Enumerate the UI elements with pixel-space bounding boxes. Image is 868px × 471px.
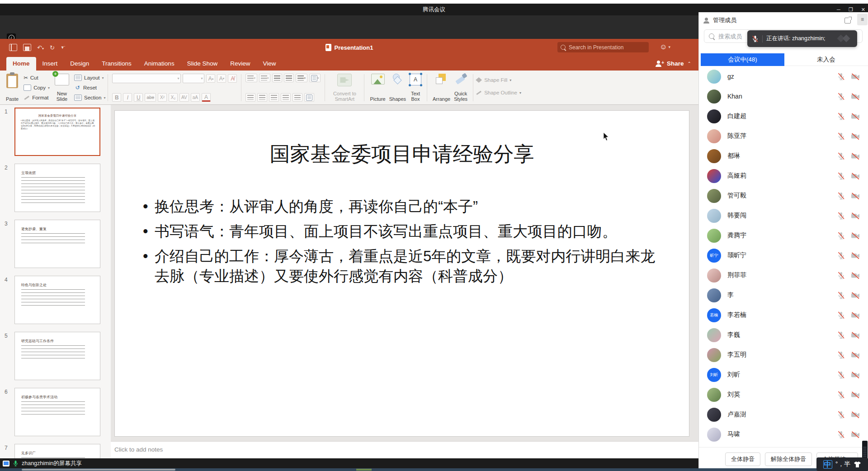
font-size-select[interactable]: ▾ [183,74,204,83]
justify-button[interactable] [281,93,291,102]
member-row[interactable]: 卢嘉澍 [699,405,868,424]
ribbon-tab[interactable]: View [256,57,282,71]
member-row[interactable]: gz [699,66,868,86]
member-row[interactable]: 刘英 [699,385,868,405]
redo-icon[interactable]: ↻ [50,44,55,51]
ime-language-icon[interactable]: 中 [823,460,832,469]
camera-off-icon[interactable] [851,371,860,379]
subscript-button[interactable]: X₂ [169,93,178,102]
camera-off-icon[interactable] [851,311,860,319]
mic-muted-icon[interactable] [837,311,845,320]
slide-thumbnail[interactable]: 3 避免抄袭、重复 [0,220,111,268]
mic-muted-icon[interactable] [837,112,845,121]
picture-button[interactable]: Picture [368,73,387,103]
member-row[interactable]: 昕宁 颉昕宁 [699,245,868,265]
superscript-button[interactable]: X² [158,93,167,102]
popout-icon[interactable] [844,18,851,24]
camera-off-icon[interactable] [851,431,860,438]
mic-muted-icon[interactable] [837,72,845,81]
text-direction-button[interactable] [292,93,302,102]
tab-not-joined[interactable]: 未入会 [784,53,868,66]
clear-formatting-button[interactable]: A̸ [228,74,237,83]
camera-off-icon[interactable] [851,411,860,419]
member-row[interactable]: 李 [699,285,868,305]
slide-body[interactable]: 换位思考：从评审人的角度，再读你自己的“本子” 书写语气：青年项目、面上项目不该… [143,197,662,286]
change-case-button[interactable]: aA [191,93,200,102]
shape-outline-button[interactable]: Shape Outline▾ [476,88,521,97]
camera-off-icon[interactable] [851,172,860,180]
member-row[interactable]: 高娅莉 [699,166,868,186]
camera-off-icon[interactable] [851,132,860,140]
member-row[interactable]: 李巍 [699,325,868,345]
paste-button[interactable]: Paste [4,73,20,103]
collapse-ribbon-icon[interactable]: ⌃ [688,61,691,66]
mic-muted-icon[interactable] [837,251,845,260]
member-row[interactable]: Khan [699,86,868,106]
copy-button[interactable]: Copy▾ [24,83,50,92]
slide-canvas[interactable]: 国家基金委项目申请经验分享 换位思考：从评审人的角度，再读你自己的“本子” 书写… [111,105,698,442]
member-list[interactable]: gz Khan [699,66,868,447]
camera-off-icon[interactable] [851,292,860,299]
ribbon-tab[interactable]: Slide Show [181,57,224,71]
shapes-button[interactable]: Shapes [387,73,408,103]
camera-off-icon[interactable] [851,232,860,240]
text-box-button[interactable]: A Text Box [408,73,423,103]
member-row[interactable]: 龚腾宇 [699,226,868,245]
arrange-button[interactable]: Arrange [431,73,452,103]
member-row[interactable]: 白建超 [699,106,868,126]
character-spacing-button[interactable]: AV [179,93,189,102]
slide-thumbnail[interactable]: 5 研究基础与工作条件 [0,332,111,381]
columns-button[interactable]: ▾ [309,74,321,82]
cut-button[interactable]: ✂Cut [24,73,50,82]
mic-muted-icon[interactable] [837,410,845,419]
line-spacing-button[interactable]: ▾ [296,74,307,82]
undo-icon[interactable]: ↶▾ [37,44,44,51]
ribbon-tab[interactable]: Home [6,57,36,71]
mic-muted-icon[interactable] [837,192,845,200]
member-row[interactable]: 都琳 [699,146,868,166]
align-right-button[interactable] [269,93,279,102]
mic-muted-icon[interactable] [837,212,845,220]
mic-muted-icon[interactable] [837,291,845,300]
increase-indent-button[interactable] [284,74,294,82]
mic-muted-icon[interactable] [837,92,845,101]
underline-button[interactable]: U [134,93,143,102]
grow-font-button[interactable]: A▴ [206,74,215,83]
format-painter-button[interactable]: Format [24,93,50,102]
layout-button[interactable]: Layout▾ [74,73,105,82]
camera-off-icon[interactable] [851,113,860,120]
feedback-smiley-icon[interactable]: ☺▾ [660,43,670,51]
member-row[interactable]: 马啸 [699,424,868,444]
ime-mode-text[interactable]: °，半 [835,460,851,468]
camera-off-icon[interactable] [851,391,860,399]
mute-all-button[interactable]: 全体静音 [725,452,760,466]
camera-off-icon[interactable] [851,73,860,80]
notes-pane[interactable]: Click to add notes [111,441,698,461]
mic-muted-icon[interactable] [837,231,845,240]
slide-title[interactable]: 国家基金委项目申请经验分享 [115,141,689,168]
mic-muted-icon[interactable] [837,271,845,280]
slide-thumbnail[interactable]: 4 特色与创新之处 [0,276,111,325]
shape-fill-button[interactable]: Shape Fill▾ [476,75,521,85]
presentation-search[interactable] [557,42,649,52]
minimize-icon[interactable]: ─ [837,7,840,12]
align-left-button[interactable] [245,93,255,102]
mic-muted-icon[interactable] [837,152,845,160]
mic-muted-icon[interactable] [837,132,845,141]
sidebar-toggle-icon[interactable] [9,44,17,51]
presentation-search-input[interactable] [568,44,628,51]
convert-to-smartart-button[interactable]: Convert to SmartArt [329,73,360,103]
camera-off-icon[interactable] [851,212,860,220]
panel-menu-icon[interactable]: ≡ [857,14,868,25]
quick-styles-button[interactable]: Quick Styles [452,73,469,103]
camera-off-icon[interactable] [851,272,860,279]
member-row[interactable]: 若楠 李若楠 [699,305,868,325]
slide-thumbnail[interactable]: 2 立项依据 [0,164,111,212]
ribbon-tab[interactable]: Review [224,57,256,71]
tab-in-meeting[interactable]: 会议中(48) [701,53,784,66]
bold-button[interactable]: B [112,93,121,102]
member-row[interactable]: 李五明 [699,345,868,365]
current-slide[interactable]: 国家基金委项目申请经验分享 换位思考：从评审人的角度，再读你自己的“本子” 书写… [114,110,689,437]
ribbon-tab[interactable]: Transitions [95,57,138,71]
section-button[interactable]: Section▾ [74,93,105,102]
